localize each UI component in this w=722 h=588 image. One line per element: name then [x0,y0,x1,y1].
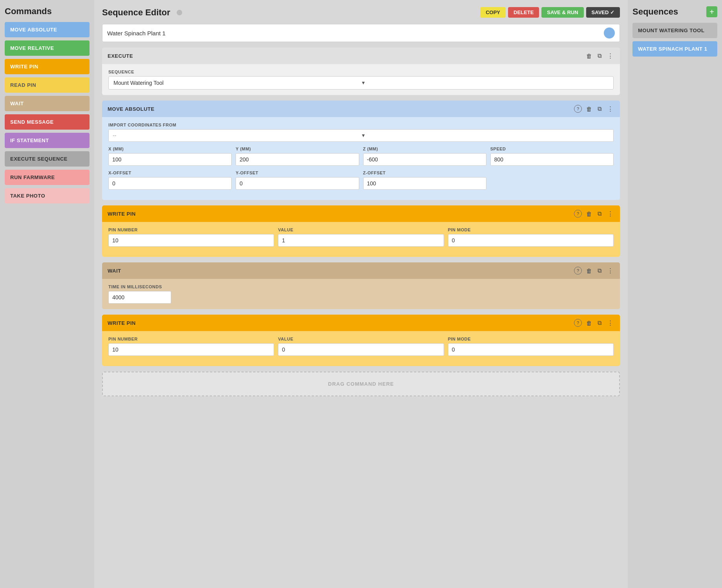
wp2-pin-number-input[interactable] [108,343,274,356]
move-absolute-header: MOVE ABSOLUTE ? 🗑 ⧉ ⋮ [102,101,620,117]
execute-copy-icon[interactable]: ⧉ [596,51,603,60]
yoffset-input[interactable] [236,177,359,190]
execute-trash-icon[interactable]: 🗑 [585,52,593,60]
sequence-editor: Sequence Editor COPY DELETE SAVE & RUN S… [94,0,628,588]
wait-label: WAIT [108,268,121,274]
add-sequence-button[interactable]: + [706,6,717,17]
sequence-item-water-spinach-plant-1[interactable]: WATER SPINACH PLANT 1 [632,41,717,57]
commands-sidebar: Commands MOVE ABSOLUTE MOVE RELATIVE WRI… [0,0,94,588]
execute-label: EXECUTE [108,53,133,59]
x-label: X (MM) [108,147,232,151]
wp2-pin-mode-input[interactable] [448,343,614,356]
write-pin-2-help-icon[interactable]: ? [574,319,582,327]
sequence-item-mount-watering-tool[interactable]: MOUNT WATERING TOOL [632,23,717,38]
write-pin-2-menu-icon[interactable]: ⋮ [606,319,614,327]
wp1-value-input[interactable] [278,234,444,247]
cmd-take-photo[interactable]: TAKE PHOTO [5,188,90,203]
sequence-color-dot [604,27,615,38]
write-pin-1-copy-icon[interactable]: ⧉ [596,209,603,218]
zoffset-label: Z-OFFSET [363,170,486,175]
wait-menu-icon[interactable]: ⋮ [606,266,614,275]
write-pin-1-fields: PIN NUMBER VALUE PIN MODE [108,227,614,247]
y-field-group: Y (MM) [236,147,359,166]
move-absolute-trash-icon[interactable]: 🗑 [585,105,593,113]
sequence-name-input[interactable] [107,30,604,37]
wait-icons: ? 🗑 ⧉ ⋮ [574,266,614,275]
y-label: Y (MM) [236,147,359,151]
execute-card-body: SEQUENCE Mount Watering Tool ▼ [102,64,620,95]
xoffset-input[interactable] [108,177,232,190]
save-run-button[interactable]: SAVE & RUN [541,7,583,18]
x-input[interactable] [108,153,232,166]
speed-label: SPEED [490,147,614,151]
xoffset-field-group: X-OFFSET [108,170,232,190]
speed-input[interactable] [490,153,614,166]
write-pin-2-icons: ? 🗑 ⧉ ⋮ [574,319,614,327]
wp2-pin-number-group: PIN NUMBER [108,337,274,356]
write-pin-2-trash-icon[interactable]: 🗑 [585,319,593,327]
wp2-pin-mode-label: PIN MODE [448,337,614,341]
copy-button[interactable]: COPY [480,7,506,18]
write-pin-1-icons: ? 🗑 ⧉ ⋮ [574,209,614,218]
write-pin-1-body: PIN NUMBER VALUE PIN MODE [102,222,620,257]
wait-time-input[interactable] [108,291,171,304]
move-absolute-help-icon[interactable]: ? [574,105,582,113]
drag-command-zone[interactable]: DRAG COMMAND HERE [102,372,620,396]
yoffset-label: Y-OFFSET [236,170,359,175]
z-field-group: Z (MM) [363,147,486,166]
move-absolute-copy-icon[interactable]: ⧉ [596,104,603,113]
wait-copy-icon[interactable]: ⧉ [596,266,603,275]
cmd-wait[interactable]: WAIT [5,96,90,111]
write-pin-1-trash-icon[interactable]: 🗑 [585,210,593,218]
yoffset-field-group: Y-OFFSET [236,170,359,190]
wait-card: WAIT ? 🗑 ⧉ ⋮ TIME IN MILLISECONDS [102,262,620,309]
execute-menu-icon[interactable]: ⋮ [606,51,614,60]
execute-card: EXECUTE 🗑 ⧉ ⋮ SEQUENCE Mount Watering To… [102,48,620,95]
xoffset-label: X-OFFSET [108,170,232,175]
cmd-execute-sequence[interactable]: EXECUTE SEQUENCE [5,151,90,167]
zoffset-field-group: Z-OFFSET [363,170,486,190]
write-pin-1-header: WRITE PIN ? 🗑 ⧉ ⋮ [102,205,620,222]
wp1-pin-mode-input[interactable] [448,234,614,247]
write-pin-2-copy-icon[interactable]: ⧉ [596,319,603,327]
wp1-pin-number-input[interactable] [108,234,274,247]
cmd-send-message[interactable]: SEND MESSAGE [5,114,90,130]
z-input[interactable] [363,153,486,166]
wait-help-icon[interactable]: ? [574,267,582,275]
sequences-sidebar: Sequences + MOUNT WATERING TOOL WATER SP… [628,0,722,588]
cmd-move-absolute[interactable]: MOVE ABSOLUTE [5,22,90,37]
move-absolute-card: MOVE ABSOLUTE ? 🗑 ⧉ ⋮ IMPORT COORDINATES… [102,101,620,200]
coord-row-1: X (MM) Y (MM) Z (MM) SPEED [108,147,614,166]
wp1-pin-number-group: PIN NUMBER [108,227,274,247]
zoffset-input[interactable] [363,177,486,190]
header-buttons: COPY DELETE SAVE & RUN SAVED ✓ [480,7,620,18]
editor-header: Sequence Editor COPY DELETE SAVE & RUN S… [102,7,620,18]
write-pin-1-menu-icon[interactable]: ⋮ [606,209,614,218]
editor-status-dot [177,10,182,15]
wp2-value-input[interactable] [278,343,444,356]
wait-time-label: TIME IN MILLISECONDS [108,284,171,289]
sequence-dropdown-value: Mount Watering Tool [113,80,361,86]
write-pin-2-fields: PIN NUMBER VALUE PIN MODE [108,337,614,356]
execute-icons: 🗑 ⧉ ⋮ [585,51,614,60]
cmd-run-farmware[interactable]: RUN FARMWARE [5,170,90,185]
y-input[interactable] [236,153,359,166]
write-pin-1-label: WRITE PIN [108,211,136,217]
wait-trash-icon[interactable]: 🗑 [585,267,593,275]
import-coords-dropdown[interactable]: -- ▼ [108,129,614,142]
import-coords-value: -- [113,132,361,139]
write-pin-2-header: WRITE PIN ? 🗑 ⧉ ⋮ [102,315,620,331]
cmd-write-pin[interactable]: WRITE PIN [5,59,90,74]
import-coords-label: IMPORT COORDINATES FROM [108,123,614,127]
sequence-dropdown[interactable]: Mount Watering Tool ▼ [108,76,614,90]
cmd-read-pin[interactable]: READ PIN [5,77,90,93]
wp1-pin-mode-label: PIN MODE [448,227,614,232]
editor-title: Sequence Editor [102,7,170,18]
move-absolute-menu-icon[interactable]: ⋮ [606,104,614,113]
cmd-if-statement[interactable]: IF STATEMENT [5,133,90,148]
saved-button[interactable]: SAVED ✓ [586,7,620,18]
cmd-move-relative[interactable]: MOVE RELATIVE [5,40,90,56]
delete-button[interactable]: DELETE [508,7,539,18]
write-pin-2-label: WRITE PIN [108,320,136,326]
write-pin-1-help-icon[interactable]: ? [574,210,582,218]
